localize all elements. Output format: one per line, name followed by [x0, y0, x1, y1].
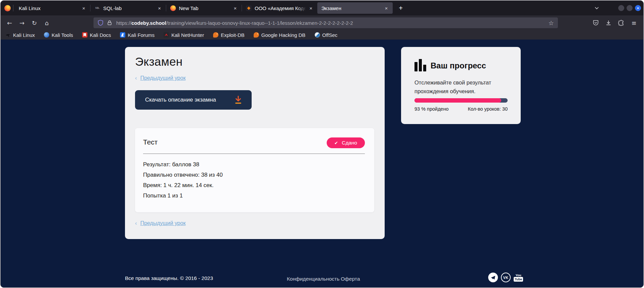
offer-link[interactable]: Оферта [341, 276, 360, 282]
check-icon: ✔ [334, 140, 338, 146]
bookmarks-bar: Kali Linux Kali Tools Kali Docs Kali For… [1, 30, 643, 40]
sql-favicon-icon: SQL [94, 5, 100, 11]
page-content: Экзамен ‹ Предыдущий урок Скачать описан… [1, 40, 643, 288]
tab-title: ООО «Академия Кодеба [255, 5, 306, 11]
tab-kali-linux[interactable]: Kali Linux × [15, 2, 90, 14]
previous-lesson-label[interactable]: Предыдущий урок [140, 220, 186, 226]
result-score-line: Результат: баллов 38 [143, 161, 223, 168]
bookmark-label: Kali Forums [128, 32, 154, 38]
bookmark-star-icon[interactable]: ☆ [549, 19, 554, 26]
exploit-db-bird-icon [213, 32, 218, 38]
chevron-left-icon: ‹ [135, 220, 137, 227]
previous-lesson-link-bottom[interactable]: ‹ Предыдущий урок [135, 220, 186, 227]
bookmark-label: OffSec [322, 32, 338, 38]
previous-lesson-link-top[interactable]: ‹ Предыдущий урок [135, 75, 186, 81]
progress-title: Ваш прогресс [431, 61, 486, 70]
shield-icon[interactable] [98, 20, 104, 26]
url-text: https://codeby.school/training/view/kurs… [116, 20, 353, 26]
minimize-button[interactable] [618, 5, 624, 11]
firefox-favicon-icon [170, 5, 176, 11]
passed-status-badge: ✔ Сдано [327, 137, 365, 148]
bookmark-exploit-db[interactable]: Exploit-DB [213, 32, 245, 38]
kali-docs-icon [82, 32, 87, 38]
maximize-button[interactable] [627, 5, 633, 11]
new-tab-button[interactable]: + [396, 3, 405, 13]
reload-icon[interactable]: ↻ [28, 17, 41, 28]
youtube-icon[interactable]: You Tube [514, 274, 523, 282]
progress-description: Отслеживайте свой результат прохождения … [414, 78, 502, 96]
titlebar-separator [13, 5, 13, 11]
download-button-label: Скачать описание экзамна [145, 97, 216, 103]
bookmark-label: Google Hacking DB [261, 32, 306, 38]
test-title: Тест [143, 138, 157, 146]
telegram-icon[interactable] [488, 273, 498, 282]
tab-title: SQL-lab [103, 5, 154, 11]
firefox-app-icon [4, 5, 11, 11]
kali-nethunter-icon [164, 32, 169, 38]
privacy-link[interactable]: Конфиденциальность [287, 276, 339, 282]
result-time-line: Время: 1 ч. 22 мин. 14 сек. [143, 182, 223, 188]
offsec-icon [315, 32, 320, 38]
tab-academy-codeby[interactable]: ООО «Академия Кодеба × [242, 2, 317, 14]
bookmark-label: Kali Linux [13, 32, 35, 38]
page-title: Экзамен [135, 55, 183, 68]
tab-sql-lab[interactable]: SQL SQL-lab × [90, 2, 166, 14]
result-attempt-line: Попытка 1 из 1 [143, 192, 223, 199]
lock-icon[interactable] [107, 20, 112, 25]
chevron-left-icon: ‹ [135, 75, 137, 81]
bookmark-kali-nethunter[interactable]: Kali NetHunter [164, 32, 204, 38]
bookmark-label: Kali Tools [52, 32, 73, 38]
tab-close-icon[interactable]: × [80, 4, 87, 12]
url-bar[interactable]: https://codeby.school/training/view/kurs… [93, 17, 558, 28]
toolbar-right-icons: ≡ [590, 15, 639, 30]
list-all-tabs-chevron-icon[interactable] [594, 6, 599, 12]
bookmark-google-hacking-db[interactable]: Google Hacking DB [254, 32, 306, 38]
tab-strip: Kali Linux × SQL SQL-lab × New Tab × ООО… [15, 2, 393, 14]
vk-icon[interactable]: VK [501, 273, 511, 282]
google-hacking-db-bird-icon [254, 32, 259, 38]
tab-close-icon[interactable]: × [307, 4, 315, 12]
bookmark-offsec[interactable]: OffSec [315, 32, 338, 38]
divider [143, 154, 365, 154]
tab-close-icon[interactable]: × [232, 4, 239, 12]
close-window-button[interactable]: × [635, 5, 641, 11]
copyright-text: Все права защищены. © 2016 - 2023 [125, 275, 213, 281]
tab-bar: Kali Linux × SQL SQL-lab × New Tab × ООО… [1, 1, 643, 15]
tab-new-tab[interactable]: New Tab × [166, 2, 242, 14]
pocket-icon[interactable] [590, 17, 601, 28]
tab-close-icon[interactable]: × [156, 4, 163, 12]
bookmark-kali-forums[interactable]: Kali Forums [120, 32, 154, 38]
bookmark-kali-docs[interactable]: Kali Docs [82, 32, 111, 38]
kali-forums-icon [120, 32, 125, 38]
test-result-card: Тест ✔ Сдано Результат: баллов 38 Правил… [135, 128, 374, 212]
test-results: Результат: баллов 38 Правильно отвечено:… [143, 161, 223, 203]
tab-title: Экзамен [321, 5, 381, 11]
previous-lesson-label[interactable]: Предыдущий урок [140, 75, 186, 81]
tab-title: Kali Linux [19, 5, 79, 11]
tab-ekzamen-active[interactable]: Экзамен × [317, 2, 393, 14]
codeby-favicon-icon [246, 5, 252, 11]
menu-hamburger-icon[interactable]: ≡ [629, 17, 639, 28]
kali-tools-icon [44, 32, 49, 38]
download-exam-description-button[interactable]: Скачать описание экзамна [135, 90, 252, 110]
download-icon [234, 96, 242, 104]
progress-bar-track [414, 98, 508, 103]
home-icon[interactable]: ⌂ [41, 17, 53, 28]
back-icon[interactable]: ← [3, 17, 16, 28]
bar-chart-icon [414, 59, 427, 71]
downloads-icon[interactable] [603, 17, 614, 28]
exam-card: Экзамен ‹ Предыдущий урок Скачать описан… [125, 47, 385, 239]
navigation-toolbar: ← → ↻ ⌂ https://codeby.school/training/v… [1, 15, 643, 30]
bookmark-label: Kali Docs [90, 32, 111, 38]
forward-icon[interactable]: → [16, 17, 28, 28]
tab-close-icon[interactable]: × [383, 4, 390, 12]
lesson-count-label: Кол-во уроков: 30 [468, 106, 508, 112]
bookmark-kali-tools[interactable]: Kali Tools [44, 32, 73, 38]
browser-window: Kali Linux × SQL SQL-lab × New Tab × ООО… [0, 0, 644, 288]
extensions-puzzle-icon[interactable] [616, 17, 627, 28]
percent-complete-label: 93 % пройдено [414, 106, 449, 112]
kali-dragon-icon [5, 32, 11, 38]
bookmark-kali-linux[interactable]: Kali Linux [5, 32, 35, 38]
nav-buttons: ← → ↻ ⌂ [3, 15, 53, 30]
progress-bar-fill [414, 98, 501, 103]
